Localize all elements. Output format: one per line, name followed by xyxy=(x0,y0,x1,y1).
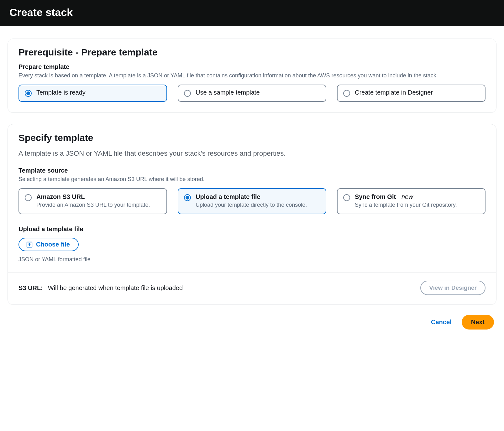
option-label: Upload a template file xyxy=(196,193,320,200)
option-upload-template-file[interactable]: Upload a template file Upload your templ… xyxy=(178,188,326,214)
template-source-label: Template source xyxy=(18,167,486,174)
next-button[interactable]: Next xyxy=(462,315,494,330)
footer-actions: Cancel Next xyxy=(8,310,496,333)
prepare-template-help: Every stack is based on a template. A te… xyxy=(18,72,486,80)
option-label: Use a sample template xyxy=(196,89,320,96)
option-use-sample-template[interactable]: Use a sample template xyxy=(178,85,326,102)
s3-url-label: S3 URL: xyxy=(18,284,43,292)
template-source-options: Amazon S3 URL Provide an Amazon S3 URL t… xyxy=(18,188,486,214)
prepare-template-options: Template is ready Use a sample template … xyxy=(18,85,486,102)
option-template-is-ready[interactable]: Template is ready xyxy=(18,85,167,102)
option-label: Amazon S3 URL xyxy=(36,193,161,200)
radio-icon xyxy=(343,194,350,201)
upload-icon xyxy=(26,241,33,248)
option-label: Create template in Designer xyxy=(355,89,479,96)
choose-file-button[interactable]: Choose file xyxy=(18,238,79,251)
option-label: Sync from Git - new xyxy=(355,193,479,200)
upload-template-label: Upload a template file xyxy=(18,226,486,233)
option-sync-from-git[interactable]: Sync from Git - new Sync a template from… xyxy=(337,188,486,214)
option-create-template-in-designer[interactable]: Create template in Designer xyxy=(337,85,486,102)
specify-template-panel: Specify template A template is a JSON or… xyxy=(8,124,496,305)
new-tag: - new xyxy=(398,193,413,200)
page-header: Create stack xyxy=(0,0,504,26)
view-in-designer-button[interactable]: View in Designer xyxy=(420,281,486,295)
prerequisite-panel: Prerequisite - Prepare template Prepare … xyxy=(8,39,496,113)
radio-icon xyxy=(184,90,191,97)
s3-url-row: S3 URL: Will be generated when template … xyxy=(8,272,496,304)
page-title: Create stack xyxy=(9,6,495,18)
file-format-hint: JSON or YAML formatted file xyxy=(18,256,486,263)
option-desc: Provide an Amazon S3 URL to your templat… xyxy=(36,201,161,209)
cancel-button[interactable]: Cancel xyxy=(429,318,454,326)
radio-icon xyxy=(25,194,32,201)
prepare-template-label: Prepare template xyxy=(18,63,486,70)
option-amazon-s3-url[interactable]: Amazon S3 URL Provide an Amazon S3 URL t… xyxy=(18,188,167,214)
specify-template-title: Specify template xyxy=(18,132,486,143)
s3-url-value: Will be generated when template file is … xyxy=(48,284,183,292)
option-desc: Sync a template from your Git repository… xyxy=(355,201,479,209)
choose-file-label: Choose file xyxy=(36,241,70,248)
option-desc: Upload your template directly to the con… xyxy=(196,201,320,209)
option-label: Template is ready xyxy=(36,89,161,96)
specify-template-subtitle: A template is a JSON or YAML file that d… xyxy=(18,149,486,158)
template-source-help: Selecting a template generates an Amazon… xyxy=(18,175,486,183)
radio-icon xyxy=(184,194,191,201)
radio-icon xyxy=(25,90,32,97)
upload-template-block: Upload a template file Choose file JSON … xyxy=(18,226,486,263)
radio-icon xyxy=(343,90,350,97)
prerequisite-title: Prerequisite - Prepare template xyxy=(18,47,486,58)
